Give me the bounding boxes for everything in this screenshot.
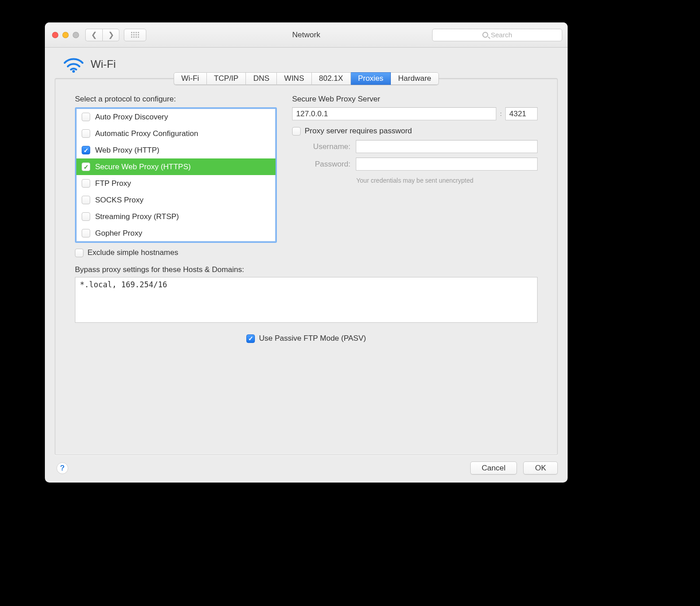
protocol-row[interactable]: Automatic Proxy Configuration: [76, 125, 276, 142]
window-close-button[interactable]: [52, 32, 58, 38]
cancel-button[interactable]: Cancel: [470, 461, 517, 474]
exclude-simple-row[interactable]: Exclude simple hostnames: [75, 248, 538, 257]
host-port-separator: :: [500, 110, 502, 117]
tab-tcp-ip[interactable]: TCP/IP: [207, 72, 246, 85]
protocol-checkbox[interactable]: [82, 179, 90, 188]
protocol-row[interactable]: Web Proxy (HTTP): [76, 142, 276, 158]
settings-panel: Wi-FiTCP/IPDNSWINS802.1XProxiesHardware …: [55, 78, 558, 455]
credentials-warning: Your credentials may be sent unencrypted: [292, 177, 538, 184]
connection-header: Wi-Fi: [63, 56, 558, 73]
exclude-simple-label: Exclude simple hostnames: [88, 248, 178, 257]
ok-button[interactable]: OK: [523, 461, 558, 474]
protocol-row[interactable]: FTP Proxy: [76, 175, 276, 192]
protocol-list-label: Select a protocol to configure:: [75, 95, 277, 104]
protocol-checkbox[interactable]: [82, 229, 90, 237]
protocol-label: FTP Proxy: [95, 179, 131, 188]
search-field[interactable]: Search: [432, 29, 562, 41]
connection-name: Wi-Fi: [91, 58, 116, 70]
server-label: Secure Web Proxy Server: [292, 95, 538, 104]
tab-wi-fi[interactable]: Wi-Fi: [174, 72, 207, 85]
bypass-label: Bypass proxy settings for these Hosts & …: [75, 265, 538, 274]
window-minimize-button[interactable]: [62, 32, 69, 38]
network-preferences-window: ❮ ❯ Network Search: [45, 22, 568, 483]
bypass-textarea[interactable]: [75, 277, 538, 323]
footer: ? Cancel OK: [55, 461, 558, 474]
help-button[interactable]: ?: [57, 462, 68, 474]
requires-password-label: Proxy server requires password: [305, 127, 412, 136]
tab-hardware[interactable]: Hardware: [391, 72, 439, 85]
tab-proxies[interactable]: Proxies: [351, 72, 391, 85]
protocol-column: Select a protocol to configure: Auto Pro…: [75, 95, 277, 243]
forward-button[interactable]: ❯: [102, 29, 119, 41]
pasv-label: Use Passive FTP Mode (PASV): [259, 334, 366, 343]
protocol-label: Web Proxy (HTTP): [95, 146, 159, 155]
username-field[interactable]: [356, 140, 538, 153]
protocol-list[interactable]: Auto Proxy DiscoveryAutomatic Proxy Conf…: [75, 107, 277, 243]
window-zoom-button[interactable]: [73, 32, 79, 38]
protocol-row[interactable]: Gopher Proxy: [76, 225, 276, 242]
proxy-host-field[interactable]: [292, 107, 496, 120]
protocol-label: Auto Proxy Discovery: [95, 113, 168, 122]
protocol-label: Automatic Proxy Configuration: [95, 129, 198, 138]
protocol-row[interactable]: Secure Web Proxy (HTTPS): [76, 158, 276, 175]
pasv-checkbox[interactable]: [246, 334, 255, 343]
requires-password-checkbox[interactable]: [292, 127, 301, 136]
username-label: Username:: [292, 142, 350, 151]
protocol-label: Gopher Proxy: [95, 229, 142, 238]
window-controls: [52, 32, 79, 38]
password-label: Password:: [292, 160, 350, 169]
chevron-left-icon: ❮: [91, 31, 97, 39]
wifi-icon: [63, 56, 84, 73]
protocol-checkbox[interactable]: [82, 196, 90, 204]
grid-icon: [131, 32, 139, 38]
protocol-label: Streaming Proxy (RTSP): [95, 212, 179, 221]
show-all-button[interactable]: [124, 29, 146, 41]
search-icon: [482, 32, 488, 38]
tab-802-1x[interactable]: 802.1X: [312, 72, 351, 85]
tab-wins[interactable]: WINS: [277, 72, 311, 85]
server-column: Secure Web Proxy Server : Proxy server r…: [292, 95, 538, 243]
protocol-row[interactable]: Streaming Proxy (RTSP): [76, 208, 276, 225]
protocol-checkbox[interactable]: [82, 113, 90, 121]
requires-password-row[interactable]: Proxy server requires password: [292, 127, 538, 136]
back-button[interactable]: ❮: [85, 29, 102, 41]
pasv-row[interactable]: Use Passive FTP Mode (PASV): [246, 334, 366, 343]
protocol-checkbox[interactable]: [82, 162, 90, 171]
protocol-checkbox[interactable]: [82, 129, 90, 138]
protocol-row[interactable]: Auto Proxy Discovery: [76, 109, 276, 125]
window-body: Wi-Fi Wi-FiTCP/IPDNSWINS802.1XProxiesHar…: [45, 48, 568, 483]
protocol-checkbox[interactable]: [82, 212, 90, 221]
protocol-checkbox[interactable]: [82, 146, 90, 154]
proxy-port-field[interactable]: [505, 107, 538, 120]
exclude-simple-checkbox[interactable]: [75, 249, 83, 257]
protocol-label: Secure Web Proxy (HTTPS): [95, 162, 191, 171]
tabs: Wi-FiTCP/IPDNSWINS802.1XProxiesHardware: [55, 72, 557, 85]
nav-back-forward: ❮ ❯: [85, 29, 119, 41]
password-field[interactable]: [356, 158, 538, 171]
protocol-row[interactable]: SOCKS Proxy: [76, 192, 276, 208]
titlebar: ❮ ❯ Network Search: [45, 22, 568, 48]
protocol-label: SOCKS Proxy: [95, 196, 144, 205]
tab-dns[interactable]: DNS: [246, 72, 277, 85]
search-placeholder: Search: [491, 31, 512, 39]
chevron-right-icon: ❯: [108, 31, 114, 39]
